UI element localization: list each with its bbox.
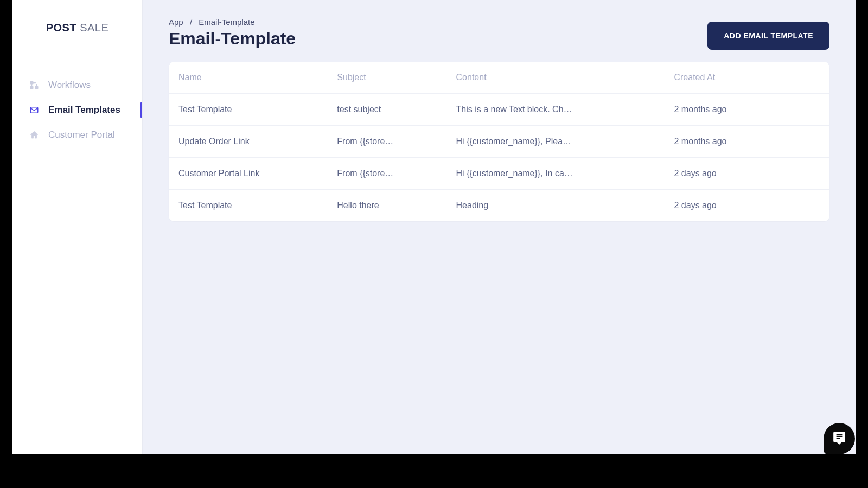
breadcrumb-current: Email-Template [199,17,254,27]
cell-name: Customer Portal Link [169,158,327,190]
table-row[interactable]: Test Template Hello there Heading 2 days… [169,190,829,222]
sidebar-item-label: Email Templates [48,105,120,115]
column-header-subject[interactable]: Subject [327,62,446,94]
page-header-left: App / Email-Template Email-Template [169,17,296,49]
chat-icon [832,431,846,447]
column-header-content[interactable]: Content [446,62,665,94]
logo-light: SALE [76,22,108,34]
sidebar-item-label: Customer Portal [48,130,115,140]
cell-content: Hi {{customer_name}}, Plea… [446,126,665,158]
logo: POST SALE [12,0,142,56]
sidebar-item-label: Workflows [48,80,91,91]
sidebar-item-workflows[interactable]: Workflows [12,73,142,98]
logo-bold: POST [46,22,76,34]
table-header-row: Name Subject Content Created At [169,62,829,94]
column-header-created-at[interactable]: Created At [664,62,829,94]
column-header-name[interactable]: Name [169,62,327,94]
cell-subject: From {{store… [327,158,446,190]
table-row[interactable]: Update Order Link From {{store… Hi {{cus… [169,126,829,158]
home-icon [29,130,40,140]
cell-name: Update Order Link [169,126,327,158]
main-content: App / Email-Template Email-Template ADD … [143,0,856,454]
page-header: App / Email-Template Email-Template ADD … [169,17,829,50]
sidebar: POST SALE Workflows [12,0,143,454]
table-row[interactable]: Test Template test subject This is a new… [169,94,829,126]
table-row[interactable]: Customer Portal Link From {{store… Hi {{… [169,158,829,190]
cell-created-at: 2 months ago [664,126,829,158]
cell-subject: test subject [327,94,446,126]
breadcrumb-root[interactable]: App [169,17,183,27]
cell-name: Test Template [169,94,327,126]
cell-content: This is a new Text block. Ch… [446,94,665,126]
mail-icon [29,105,40,115]
table-card: Name Subject Content Created At Test Tem… [169,62,829,221]
chat-fab-button[interactable] [824,423,855,454]
add-email-template-button[interactable]: ADD EMAIL TEMPLATE [707,22,829,50]
cell-subject: Hello there [327,190,446,222]
sidebar-item-email-templates[interactable]: Email Templates [12,98,142,123]
cell-created-at: 2 days ago [664,190,829,222]
breadcrumb: App / Email-Template [169,17,296,27]
logo-text: POST SALE [46,22,109,34]
sidebar-item-customer-portal[interactable]: Customer Portal [12,123,142,147]
cell-created-at: 2 months ago [664,94,829,126]
page-title: Email-Template [169,29,296,49]
cell-content: Hi {{customer_name}}, In ca… [446,158,665,190]
app-frame: POST SALE Workflows [12,0,856,454]
email-templates-table: Name Subject Content Created At Test Tem… [169,62,829,221]
nav: Workflows Email Templates Customer Po [12,56,142,147]
cell-subject: From {{store… [327,126,446,158]
cell-content: Heading [446,190,665,222]
workflow-icon [29,80,40,91]
cell-name: Test Template [169,190,327,222]
breadcrumb-separator: / [190,17,192,27]
cell-created-at: 2 days ago [664,158,829,190]
